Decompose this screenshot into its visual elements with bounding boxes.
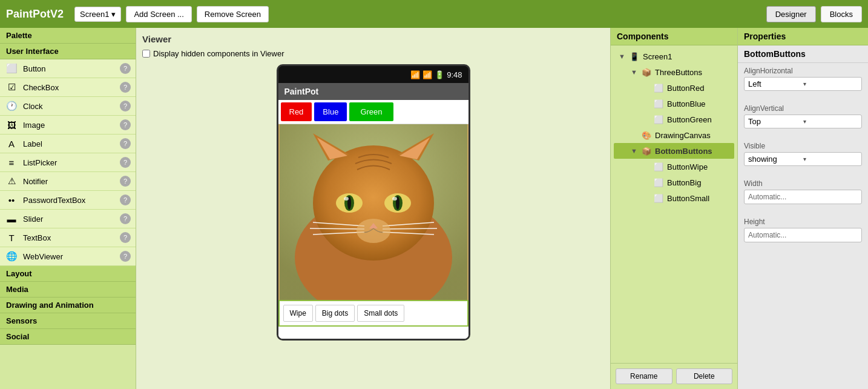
layout-header[interactable]: Layout [0,266,136,282]
tree-toggle-screen1[interactable]: ▼ [619,53,628,60]
screen-dropdown[interactable]: Screen1 ▾ [74,7,121,22]
prop-align_horizontal: AlignHorizontal Left ▾ [738,63,868,95]
user-interface-header[interactable]: User Interface [0,44,136,59]
phone-footer [278,327,469,339]
viewer-title: Viewer [142,34,604,44]
phone-canvas[interactable] [278,124,469,300]
prop-dropdown-visible[interactable]: showing ▾ [744,152,862,166]
phone-btn-big-dots[interactable]: Big dots [315,305,355,322]
phone-title-bar: PaintPot [278,83,469,100]
button-help-icon[interactable]: ? [120,63,131,74]
prop-dropdown-align_vertical[interactable]: Top ▾ [744,115,862,128]
notifier-help-icon[interactable]: ? [120,176,131,187]
tree-item-threebuttons[interactable]: ▼ 📦 ThreeButtons [614,64,734,80]
properties-title: Properties [738,28,868,45]
properties-fields: AlignHorizontal Left ▾ AlignVertical Top… [738,63,868,246]
phone-btn-wipe[interactable]: Wipe [283,305,313,322]
tree-item-buttonwipe[interactable]: ⬜ ButtonWipe [614,159,734,175]
palette-item-label[interactable]: A Label ? [0,135,136,153]
signal-icon: 📶 [422,70,432,79]
rename-button[interactable]: Rename [616,368,672,384]
slider-help-icon[interactable]: ? [120,213,131,224]
palette-item-clock[interactable]: 🕐 Clock ? [0,97,136,116]
svg-point-14 [392,197,397,201]
phone-btn-blue[interactable]: Blue [314,102,347,121]
listpicker-label: ListPicker [23,158,120,167]
svg-line-20 [383,228,437,229]
tree-item-buttonsmall[interactable]: ⬜ ButtonSmall [614,190,734,206]
label-label: Label [23,139,120,148]
threebuttons-icon: 📦 [640,66,653,78]
label-help-icon[interactable]: ? [120,138,131,149]
tree-item-buttonblue[interactable]: ⬜ ButtonBlue [614,96,734,111]
phone-btn-red[interactable]: Red [281,102,312,121]
media-header[interactable]: Media [0,282,136,298]
buttonred-icon: ⬜ [653,82,665,94]
prop-dropdown-align_horizontal[interactable]: Left ▾ [744,77,862,91]
palette-item-button[interactable]: ⬜ Button ? [0,59,136,78]
prop-label-visible: Visible [744,142,862,150]
drawing-header[interactable]: Drawing and Animation [0,298,136,313]
phone-btn-green[interactable]: Green [349,102,393,121]
palette-item-webviewer[interactable]: 🌐 WebViewer ? [0,247,136,266]
prop-label-align_vertical: AlignVertical [744,104,862,113]
prop-label-height: Height [744,218,862,226]
threebuttons-label: ThreeButtons [655,68,702,77]
sensors-header[interactable]: Sensors [0,313,136,329]
buttonwipe-icon: ⬜ [653,161,665,173]
tree-item-drawingcanvas[interactable]: 🎨 DrawingCanvas [614,127,734,143]
textbox-help-icon[interactable]: ? [120,232,131,243]
prop-value-align_vertical: Top [748,117,803,126]
buttonsmall-label: ButtonSmall [667,194,709,203]
palette-item-slider[interactable]: ▬ Slider ? [0,210,136,228]
phone-btn-small-dots[interactable]: Small dots [357,305,404,322]
button-icon: ⬜ [5,62,18,75]
drawingcanvas-icon: 🎨 [640,129,653,141]
palette-item-passwordtextbox[interactable]: •• PasswordTextBox ? [0,191,136,210]
buttonsmall-icon: ⬜ [653,192,665,204]
properties-panel: Properties BottomButtons AlignHorizontal… [738,28,868,389]
hidden-components-checkbox[interactable] [142,50,150,58]
checkbox-help-icon[interactable]: ? [120,82,131,93]
slider-label: Slider [23,214,120,224]
tree-item-buttonbig[interactable]: ⬜ ButtonBig [614,175,734,190]
add-screen-button[interactable]: Add Screen ... [126,6,191,22]
phone-time: 9:48 [447,70,462,79]
tree-item-screen1[interactable]: ▼ 📱 Screen1 [614,48,734,64]
prop-align_vertical: AlignVertical Top ▾ [738,101,868,132]
passwordtextbox-icon: •• [5,193,18,207]
palette-item-textbox[interactable]: T TextBox ? [0,228,136,247]
listpicker-help-icon[interactable]: ? [120,157,131,168]
tree-toggle-bottombuttons[interactable]: ▼ [631,147,640,155]
webviewer-help-icon[interactable]: ? [120,251,131,262]
palette-item-notifier[interactable]: ⚠ Notifier ? [0,172,136,191]
label-icon: A [5,137,18,150]
image-label: Image [23,121,120,130]
prop-width: Width Automatic... [738,176,868,208]
buttonbig-label: ButtonBig [667,178,701,187]
blocks-button[interactable]: Blocks [821,6,862,22]
components-panel: Components ▼ 📱 Screen1 ▼ 📦 ThreeButtons … [611,28,738,389]
dropdown-arrow-visible: ▾ [803,156,858,162]
image-help-icon[interactable]: ? [120,119,131,130]
textbox-icon: T [5,231,18,244]
tree-toggle-threebuttons[interactable]: ▼ [631,68,640,76]
palette-item-image[interactable]: 🖼 Image ? [0,116,136,135]
tree-item-buttonred[interactable]: ⬜ ButtonRed [614,80,734,96]
passwordtextbox-help-icon[interactable]: ? [120,194,131,205]
tree-item-buttongreen[interactable]: ⬜ ButtonGreen [614,111,734,127]
designer-button[interactable]: Designer [766,6,816,22]
remove-screen-button[interactable]: Remove Screen [197,6,269,22]
phone-status-bar: 📶 📶 🔋 9:48 [278,66,469,83]
clock-help-icon[interactable]: ? [120,101,131,111]
notifier-icon: ⚠ [5,175,18,188]
delete-button[interactable]: Delete [676,368,733,384]
social-header[interactable]: Social [0,329,136,345]
svg-point-22 [357,219,390,243]
palette-item-checkbox[interactable]: ☑ CheckBox ? [0,78,136,97]
topbar: PaintPotV2 Screen1 ▾ Add Screen ... Remo… [0,0,868,28]
hidden-components-label: Display hidden components in Viewer [153,49,284,58]
webviewer-label: WebViewer [23,252,120,261]
palette-item-listpicker[interactable]: ≡ ListPicker ? [0,153,136,172]
tree-item-bottombuttons[interactable]: ▼ 📦 BottomButtons [614,143,734,159]
